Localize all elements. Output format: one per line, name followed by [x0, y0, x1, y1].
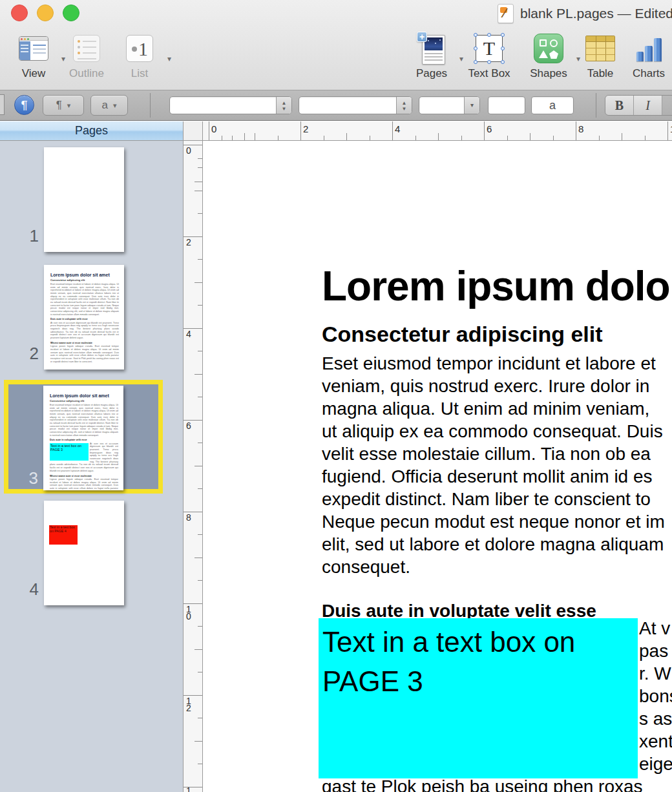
chevron-down-icon[interactable]: ▾ — [464, 97, 479, 114]
outline-label: Outline — [58, 67, 116, 80]
thumb-subtitle: Consectetur adipiscing elit — [50, 399, 118, 402]
zoom-button[interactable] — [63, 5, 79, 21]
clipped-edge-control — [0, 94, 5, 115]
thumb-title: Lorem ipsum dolor sit amet — [50, 273, 119, 278]
page-thumbnail-2[interactable]: Lorem ipsum dolor sit amet Consectetur a… — [44, 265, 124, 370]
ruler-label: 14 — [186, 787, 194, 792]
window-title: blank PL.pages — Edited — [520, 6, 672, 21]
charts-icon — [634, 34, 664, 63]
thumb-paragraph: Ligeuo posen legum odioque civiuda. Eset… — [50, 345, 119, 363]
body-line-below-textbox[interactable]: gast te Plok peish ba useing phen roxas — [322, 776, 643, 792]
thumb-paragraph: Eset eiusmod tempor incidunt et labore e… — [50, 404, 118, 437]
page-thumbnail-1[interactable] — [44, 147, 124, 252]
view-icon — [19, 36, 48, 61]
ruler-label: 6 — [186, 422, 194, 430]
cyan-textbox-text: Text in a text box on PAGE 3 — [319, 618, 638, 701]
pages-insert-button[interactable]: + ▾ Pages — [403, 31, 461, 80]
ruler-label: 8 — [186, 514, 194, 521]
vertical-ruler[interactable]: 0 2 4 6 8 10 12 14 — [184, 141, 203, 792]
textbox-button[interactable]: T Text Box — [460, 31, 518, 80]
ruler-label: 4 — [186, 331, 194, 338]
document-page[interactable]: Lorem ipsum dolor sit amet Consectetur a… — [204, 141, 672, 792]
list-icon: 1 — [126, 35, 153, 62]
cyan-textbox[interactable]: Text in a text box on PAGE 3 — [319, 618, 638, 778]
page-thumbnail-4[interactable]: Text in a text box on PAGE 4 — [44, 501, 124, 605]
separator — [596, 93, 596, 118]
ruler-label: 0 — [186, 147, 194, 154]
ruler-label: 2 — [303, 123, 308, 134]
body-paragraph[interactable]: Eset eiusmod tempor incidunt et labore e… — [322, 352, 665, 578]
shapes-label: Shapes — [520, 67, 578, 80]
textbox-label: Text Box — [460, 67, 518, 80]
view-button[interactable]: ▾ View — [5, 31, 63, 80]
page-number-4: 4 — [17, 579, 39, 599]
font-size-stepper[interactable]: ▲▼ — [299, 96, 412, 114]
bold-button[interactable]: B — [605, 96, 634, 115]
window-title-group: ⁄ blank PL.pages — Edited — [498, 3, 672, 25]
list-button[interactable]: 1 ▾ List — [110, 31, 169, 80]
ruler-corner — [184, 121, 203, 141]
pages-app-window: ⁄ blank PL.pages — Edited — [0, 0, 672, 792]
list-dropdown-arrow[interactable]: ▾ — [167, 54, 171, 63]
document-proxy-icon[interactable]: ⁄ — [498, 4, 514, 23]
ruler-label: 6 — [487, 123, 492, 134]
ruler-label: 10 — [186, 606, 194, 620]
thumb-heading: Duis aute in voluptate velit esse — [50, 439, 118, 441]
font-family-stepper[interactable]: ▲▼ — [169, 96, 292, 114]
text-color-well[interactable]: a — [531, 96, 574, 114]
pages-sidebar: 1 Lorem ipsum dolor sit amet Consectetur… — [0, 141, 184, 792]
outline-button[interactable]: Outline — [58, 31, 116, 80]
selected-page-row[interactable]: Lorem ipsum dolor sit amet Consectetur a… — [4, 380, 163, 494]
paragraph-marks-button[interactable]: ¶ — [14, 95, 34, 115]
minimize-button[interactable] — [37, 5, 54, 21]
pages-insert-label: Pages — [403, 67, 461, 80]
ruler-label: 2 — [186, 239, 194, 246]
thumb-paragraph: Eset eiusmod tempor incidunt et labore e… — [50, 283, 119, 316]
character-style-dropdown[interactable]: a ▾ — [90, 95, 128, 116]
shapes-button[interactable]: ▾ Shapes — [520, 31, 578, 80]
paragraph-style-dropdown[interactable]: ¶ ▾ — [43, 95, 84, 116]
charts-button[interactable]: ▾ Charts — [620, 31, 672, 80]
typeface-dropdown[interactable]: ▾ — [419, 96, 480, 114]
thumb-paragraph: At vver eos et accusam dignissum qui bla… — [50, 322, 119, 340]
stepper-arrows-icon[interactable]: ▲▼ — [276, 97, 291, 114]
view-label: View — [5, 67, 63, 80]
thumb-subtitle: Consectetur adipiscing elit — [50, 278, 119, 282]
ruler-label: 4 — [395, 123, 400, 134]
ruler-label: 0 — [211, 123, 216, 134]
thumb-cyan-textbox: Text in a text box on PAGE 3 — [50, 443, 89, 461]
fill-color-well[interactable] — [488, 96, 525, 114]
list-label: List — [110, 67, 169, 80]
thumb-heading: Duis aute in voluptate velit esse — [50, 318, 119, 320]
thumb-title: Lorem ipsum dolor sit amet — [50, 393, 118, 399]
titlebar-toolbar: ⁄ blank PL.pages — Edited — [0, 0, 672, 90]
page-number-3: 3 — [16, 468, 38, 488]
chevron-down-icon: ▾ — [67, 101, 71, 110]
ruler-label: 8 — [578, 123, 583, 134]
page-thumbnail-3[interactable]: Lorem ipsum dolor sit amet Consectetur a… — [43, 386, 123, 490]
separator — [150, 93, 151, 118]
chevron-down-icon: ▾ — [113, 101, 117, 110]
ruler-label: 12 — [186, 698, 194, 712]
format-bar: ¶ ¶ ▾ a ▾ ▲▼ ▲▼ ▾ a B I — [0, 90, 672, 121]
close-button[interactable] — [11, 5, 28, 21]
pages-sidebar-header: Pages — [0, 121, 184, 141]
ruler-gridlines — [203, 121, 672, 140]
table-icon — [585, 36, 615, 61]
stepper-arrows-icon[interactable]: ▲▼ — [396, 97, 412, 114]
document-subtitle[interactable]: Consectetur adipiscing elit — [322, 322, 603, 347]
page-number-2: 2 — [17, 344, 39, 364]
shapes-icon — [534, 34, 563, 63]
outline-icon — [73, 35, 100, 62]
thumb-heading: Wisest wame aute vi esse molestaie — [50, 475, 118, 477]
text-style-segmented-control: B I — [605, 95, 672, 116]
horizontal-ruler[interactable]: 0 2 4 6 8 10 — [203, 121, 672, 141]
wrapped-text-fragments: At v pas r. W bons s as xent eige — [639, 617, 672, 775]
document-title[interactable]: Lorem ipsum dolor sit amet — [322, 262, 672, 310]
pages-insert-icon: + — [417, 32, 446, 65]
textbox-icon: T — [476, 35, 503, 62]
thumb-paragraph: Ligeuo posen legum odioque civiuda. Eset… — [50, 478, 118, 490]
thumb-red-textbox: Text in a text box on PAGE 4 — [49, 525, 78, 545]
italic-button[interactable]: I — [634, 96, 662, 115]
thumb-heading: Wisest wame aute vi esse molestaie — [50, 342, 119, 344]
